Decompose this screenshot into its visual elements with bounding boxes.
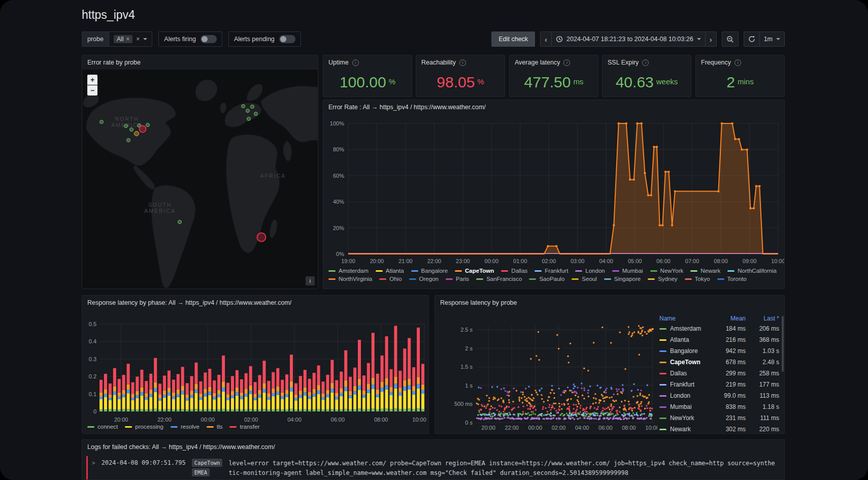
log-label-chip: EMEA bbox=[192, 468, 210, 476]
table-row-Mumbai[interactable]: Mumbai838 ms1.18 s bbox=[659, 401, 779, 412]
panel-title[interactable]: Error Rate : All → https_ipv4 / https://… bbox=[328, 104, 486, 111]
world-map[interactable]: NORTH AMERICA SOUTH AMERICA AFRICA + − i bbox=[82, 70, 318, 289]
table-row-NewYork[interactable]: NewYork231 ms111 ms bbox=[659, 412, 779, 424]
table-row-Atlanta[interactable]: Atlanta216 ms368 ms bbox=[659, 334, 779, 345]
probe-marker[interactable] bbox=[254, 112, 258, 116]
legend-item-NorthCalifornia[interactable]: NorthCalifornia bbox=[727, 268, 777, 274]
legend-item-Seoul[interactable]: Seoul bbox=[572, 276, 596, 282]
legend-item-tls[interactable]: tls bbox=[207, 424, 223, 430]
legend-item-Ohio[interactable]: Ohio bbox=[379, 276, 402, 282]
column-header-name[interactable]: Name bbox=[659, 315, 712, 322]
legend-item-Atlanta[interactable]: Atlanta bbox=[376, 268, 404, 274]
table-row-Bangalore[interactable]: Bangalore942 ms1.03 s bbox=[659, 345, 779, 357]
legend-item-SanFrancisco[interactable]: SanFrancisco bbox=[476, 276, 522, 282]
probe-marker[interactable] bbox=[139, 125, 146, 133]
legend-item-Newark[interactable]: Newark bbox=[690, 268, 720, 274]
legend-item-NorthVirginia[interactable]: NorthVirginia bbox=[328, 276, 372, 282]
alerts-firing-filter: Alerts firing bbox=[158, 31, 222, 47]
map-attribution-icon[interactable]: i bbox=[306, 276, 315, 285]
alerts-pending-toggle[interactable] bbox=[279, 35, 295, 43]
panel-title[interactable]: Response latency by phase: All → https_i… bbox=[87, 299, 291, 306]
legend-item-Dallas[interactable]: Dallas bbox=[501, 268, 527, 274]
alerts-firing-toggle[interactable] bbox=[201, 35, 217, 43]
map-zoom-in-button[interactable]: + bbox=[87, 75, 97, 85]
legend-item-Tokyo[interactable]: Tokyo bbox=[685, 276, 710, 282]
panel-title[interactable]: Error rate by probe bbox=[87, 59, 141, 66]
series-color-icon bbox=[529, 278, 536, 280]
column-header-last[interactable]: Last * bbox=[746, 315, 779, 322]
legend-item-SaoPaulo[interactable]: SaoPaulo bbox=[529, 276, 564, 282]
column-header-mean[interactable]: Mean bbox=[712, 315, 746, 322]
probe-value-chip[interactable]: All × bbox=[114, 35, 132, 43]
legend-item-Oregon[interactable]: Oregon bbox=[409, 276, 439, 282]
refresh-interval-button[interactable]: 1m bbox=[759, 31, 785, 47]
table-row-Dallas[interactable]: Dallas299 ms258 ms bbox=[659, 368, 779, 379]
probe-marker[interactable] bbox=[247, 117, 251, 121]
probe-marker[interactable] bbox=[178, 220, 182, 224]
info-icon[interactable] bbox=[352, 59, 359, 66]
latency-by-probe-plot[interactable]: 0 s500 ms1 s1.5 s2 s2.5 s20:0022:0000:00… bbox=[435, 310, 657, 434]
clear-select-icon[interactable]: × bbox=[136, 36, 140, 42]
series-color-icon bbox=[125, 426, 132, 428]
legend-item-processing[interactable]: processing bbox=[125, 424, 163, 430]
table-row-Newark[interactable]: Newark302 ms220 ms bbox=[659, 424, 779, 433]
probe-value-text: All bbox=[117, 36, 123, 43]
probe-marker[interactable] bbox=[124, 124, 128, 128]
probe-marker[interactable] bbox=[250, 105, 254, 109]
series-color-icon bbox=[409, 278, 416, 280]
table-scrollbar[interactable] bbox=[782, 316, 784, 372]
series-color-icon bbox=[411, 270, 418, 272]
log-row[interactable]: > 2024-04-08 09:07:51.795 CapeTownEMEA l… bbox=[86, 456, 780, 480]
legend-item-Toronto[interactable]: Toronto bbox=[717, 276, 747, 282]
remove-value-icon[interactable]: × bbox=[126, 36, 129, 42]
time-range-button[interactable]: 2024-04-07 18:21:23 to 2024-04-08 10:03:… bbox=[551, 31, 706, 47]
legend-item-Bangalore[interactable]: Bangalore bbox=[411, 268, 448, 274]
legend-item-Sydney[interactable]: Sydney bbox=[648, 276, 677, 282]
table-row-Amsterdam[interactable]: Amsterdam184 ms206 ms bbox=[659, 323, 779, 334]
legend-item-London[interactable]: London bbox=[575, 268, 605, 274]
error-rate-plot[interactable]: 0%20%40%60%80%100%19:0020:0021:0022:0023… bbox=[323, 114, 784, 267]
table-row-CapeTown[interactable]: CapeTown678 ms2.48 s bbox=[659, 357, 779, 368]
legend-item-Frankfurt[interactable]: Frankfurt bbox=[535, 268, 568, 274]
probe-marker[interactable] bbox=[241, 104, 245, 108]
panel-title[interactable]: Response latency by probe bbox=[440, 299, 517, 306]
probe-marker[interactable] bbox=[99, 120, 104, 124]
latency-by-phase-plot[interactable]: 00.10.20.30.40.520:0022:0000:0002:0004:0… bbox=[82, 310, 428, 427]
info-icon[interactable] bbox=[563, 59, 570, 66]
legend-item-Mumbai[interactable]: Mumbai bbox=[612, 268, 643, 274]
svg-text:0.3: 0.3 bbox=[89, 356, 96, 362]
probe-marker[interactable] bbox=[146, 123, 150, 127]
legend-label: Sydney bbox=[658, 276, 677, 282]
alerts-firing-label: Alerts firing bbox=[164, 36, 196, 43]
edit-check-button[interactable]: Edit check bbox=[491, 31, 535, 47]
probe-marker[interactable] bbox=[246, 109, 250, 113]
legend-item-Singapore[interactable]: Singapore bbox=[604, 276, 641, 282]
probe-filter-select[interactable]: All × × bbox=[109, 31, 152, 47]
legend-item-resolve[interactable]: resolve bbox=[171, 424, 199, 430]
legend-item-CapeTown[interactable]: CapeTown bbox=[455, 268, 494, 274]
probe-marker[interactable] bbox=[126, 138, 130, 142]
legend-item-Paris[interactable]: Paris bbox=[446, 276, 469, 282]
refresh-button[interactable] bbox=[744, 31, 760, 47]
info-icon[interactable] bbox=[459, 59, 466, 66]
table-row-Frankfurt[interactable]: Frankfurt219 ms177 ms bbox=[659, 379, 779, 390]
panel-title[interactable]: Logs for failed checks: All → https_ipv4… bbox=[87, 443, 275, 451]
legend-item-NewYork[interactable]: NewYork bbox=[650, 268, 684, 274]
probe-marker[interactable] bbox=[129, 127, 133, 132]
legend-item-Amsterdam[interactable]: Amsterdam bbox=[328, 268, 369, 274]
map-zoom-out-button[interactable]: − bbox=[87, 85, 97, 95]
probe-marker[interactable] bbox=[134, 131, 139, 136]
chevron-down-icon[interactable] bbox=[143, 38, 147, 40]
time-forward-button[interactable]: › bbox=[705, 31, 717, 47]
legend-item-connect[interactable]: connect bbox=[87, 424, 118, 430]
zoom-out-button[interactable] bbox=[722, 31, 739, 47]
series-color-icon bbox=[659, 429, 666, 430]
probe-marker[interactable] bbox=[256, 233, 266, 242]
log-expand-icon[interactable]: > bbox=[92, 459, 95, 466]
table-row-London[interactable]: London99.0 ms113 ms bbox=[659, 390, 779, 401]
svg-text:0 s: 0 s bbox=[465, 420, 473, 426]
legend-item-transfer[interactable]: transfer bbox=[229, 424, 259, 430]
info-icon[interactable] bbox=[735, 59, 741, 66]
info-icon[interactable] bbox=[642, 59, 649, 66]
time-back-button[interactable]: ‹ bbox=[540, 31, 552, 47]
